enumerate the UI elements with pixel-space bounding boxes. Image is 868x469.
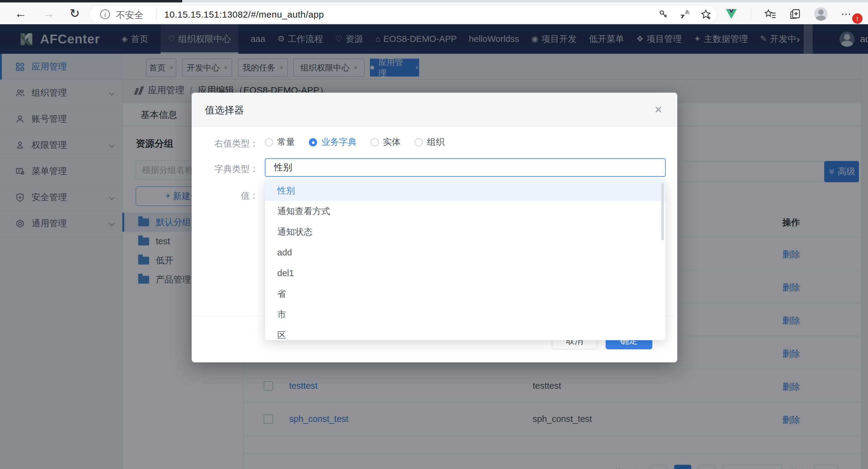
radio-icon	[371, 138, 379, 147]
radio-business-dict[interactable]: 业务字典	[309, 136, 356, 148]
dropdown-option-city[interactable]: 市	[265, 304, 665, 325]
dropdown-option-notify-view[interactable]: 通知查看方式	[265, 201, 665, 221]
url-text[interactable]: 10.15.15.151:13082/#/menu_auth/app	[164, 9, 324, 20]
browser-back-button[interactable]: ←	[12, 7, 29, 20]
browser-menu-icon[interactable]: ⋯	[841, 8, 852, 20]
radio-entity[interactable]: 实体	[371, 136, 401, 148]
right-type-label: 右值类型：	[192, 137, 258, 150]
dropdown-option-gender[interactable]: 性别	[265, 180, 665, 201]
address-divider	[156, 8, 156, 20]
dropdown-option-add[interactable]: add	[265, 242, 665, 263]
radio-icon	[414, 138, 423, 147]
radio-constant[interactable]: 常量	[265, 136, 295, 148]
translate-icon[interactable]: あ	[679, 9, 690, 20]
site-info-icon[interactable]: i	[100, 9, 110, 19]
browser-tab-dark	[0, 0, 182, 2]
toolbar-divider	[751, 8, 751, 20]
dropdown-option-province[interactable]: 省	[265, 283, 665, 304]
close-icon[interactable]: ✕	[654, 103, 663, 116]
dialog-header: 值选择器 ✕	[192, 93, 677, 127]
radio-icon	[309, 138, 317, 147]
browser-profile-avatar[interactable]	[814, 7, 828, 21]
browser-tab-strip	[0, 0, 868, 2]
vue-devtools-icon[interactable]	[725, 8, 737, 20]
svg-text:あ: あ	[685, 9, 690, 14]
dropdown-option-district[interactable]: 区	[265, 325, 665, 340]
security-label[interactable]: 不安全	[116, 9, 143, 22]
dropdown-option-notify-status[interactable]: 通知状态	[265, 221, 665, 242]
dict-type-label: 字典类型：	[192, 163, 258, 175]
collections-icon[interactable]	[789, 8, 801, 20]
radio-organization[interactable]: 组织	[414, 136, 445, 148]
update-badge-icon[interactable]: ↑	[852, 13, 863, 24]
password-key-icon[interactable]	[658, 9, 669, 20]
dict-type-input[interactable]	[265, 158, 666, 177]
radio-icon	[265, 138, 273, 147]
add-favorite-star-icon[interactable]	[700, 9, 711, 20]
dropdown-option-del1[interactable]: del1	[265, 263, 665, 283]
right-type-radio-group: 常量 业务字典 实体 组织	[265, 136, 445, 148]
browser-forward-button[interactable]: →	[40, 7, 57, 20]
value-label: 值：	[192, 190, 258, 202]
favorites-bar-icon[interactable]	[765, 8, 776, 20]
dialog-title: 值选择器	[205, 103, 244, 117]
dict-type-dropdown: 性别 通知查看方式 通知状态 add del1 省 市 区	[265, 180, 666, 340]
dropdown-scrollbar[interactable]	[661, 183, 664, 240]
browser-reload-button[interactable]: ↻	[66, 7, 83, 20]
screen: ← → ↻ i 不安全 10.15.15.151:13082/#/menu_au…	[0, 0, 868, 469]
browser-toolbar: ← → ↻ i 不安全 10.15.15.151:13082/#/menu_au…	[0, 2, 868, 24]
address-bar[interactable]: i 不安全 10.15.15.151:13082/#/menu_auth/app…	[90, 5, 717, 23]
